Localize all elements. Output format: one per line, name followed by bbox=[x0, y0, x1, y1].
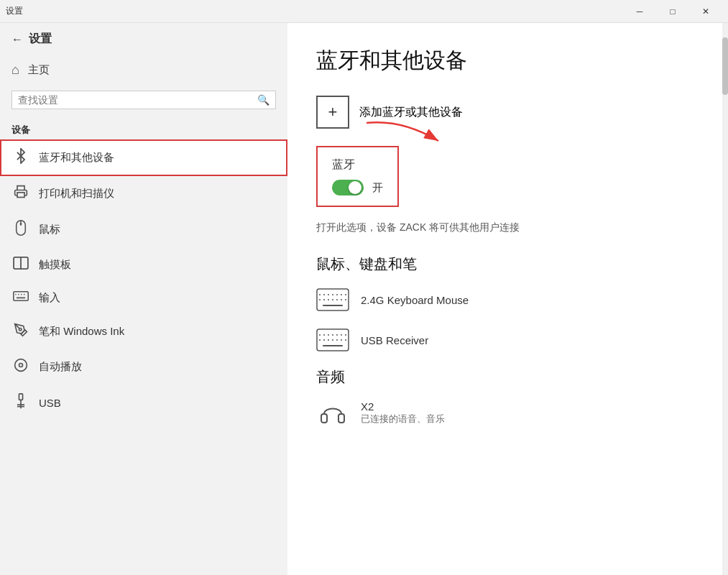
sidebar-item-pen[interactable]: 笔和 Windows Ink bbox=[0, 314, 287, 349]
sidebar-input-label: 输入 bbox=[39, 291, 60, 305]
sidebar-autoplay-label: 自动播放 bbox=[39, 360, 82, 374]
autoplay-icon bbox=[13, 358, 29, 376]
title-bar-left: 设置 bbox=[6, 5, 23, 17]
title-bar: 设置 ─ □ ✕ bbox=[0, 0, 728, 23]
printer-icon bbox=[13, 185, 29, 203]
sidebar-touchpad-label: 触摸板 bbox=[39, 258, 71, 272]
device-x2-info: X2 已连接的语音、音乐 bbox=[361, 400, 445, 426]
mouse-icon bbox=[13, 220, 29, 239]
sidebar-item-bluetooth[interactable]: 蓝牙和其他设备 bbox=[0, 139, 287, 176]
add-device-button[interactable]: + 添加蓝牙或其他设备 bbox=[316, 96, 699, 129]
keyboard-icon bbox=[13, 290, 29, 305]
toggle-knob bbox=[349, 181, 361, 194]
sidebar-item-usb[interactable]: USB bbox=[0, 385, 287, 421]
sidebar-item-home[interactable]: ⌂ 主页 bbox=[0, 55, 287, 85]
svg-point-14 bbox=[19, 364, 23, 367]
sidebar-pen-label: 笔和 Windows Ink bbox=[39, 325, 124, 339]
device-usbreceiver-name: USB Receiver bbox=[361, 334, 428, 346]
bluetooth-description: 打开此选项，设备 ZACK 将可供其他用户连接 bbox=[316, 221, 699, 234]
sidebar-mouse-label: 鼠标 bbox=[39, 223, 60, 236]
sidebar-section-label: 设备 bbox=[0, 118, 287, 139]
bluetooth-section: 蓝牙 开 bbox=[316, 146, 399, 207]
device-keyboard-name: 2.4G Keyboard Mouse bbox=[361, 294, 469, 306]
svg-point-13 bbox=[15, 359, 27, 372]
sidebar-item-touchpad[interactable]: 触摸板 bbox=[0, 248, 287, 282]
pen-icon bbox=[13, 323, 29, 341]
page-title: 蓝牙和其他设备 bbox=[316, 46, 699, 75]
bluetooth-section-label: 蓝牙 bbox=[332, 157, 383, 172]
usbreceiver-device-icon bbox=[316, 327, 349, 353]
maximize-button[interactable]: □ bbox=[656, 0, 689, 23]
bluetooth-toggle-row: 开 bbox=[332, 180, 383, 196]
sidebar-back-title: 设置 bbox=[29, 32, 52, 47]
keyboard-device-icon bbox=[316, 287, 349, 313]
sidebar-home-label: 主页 bbox=[28, 63, 50, 77]
close-button[interactable]: ✕ bbox=[689, 0, 722, 23]
add-device-plus-icon: + bbox=[316, 96, 349, 129]
sidebar-item-printers[interactable]: 打印机和扫描仪 bbox=[0, 176, 287, 211]
back-arrow-icon: ← bbox=[11, 33, 23, 46]
svg-rect-15 bbox=[19, 394, 22, 400]
svg-rect-53 bbox=[338, 414, 344, 423]
audio-heading: 音频 bbox=[316, 367, 699, 387]
scrollbar[interactable] bbox=[722, 23, 728, 575]
sidebar-usb-label: USB bbox=[39, 397, 61, 409]
sidebar-item-input[interactable]: 输入 bbox=[0, 282, 287, 314]
main-content: 蓝牙和其他设备 + 添加蓝牙或其他设备 蓝牙 开 bbox=[287, 23, 728, 575]
minimize-button[interactable]: ─ bbox=[623, 0, 656, 23]
svg-rect-6 bbox=[14, 292, 28, 301]
device-item-usbreceiver[interactable]: USB Receiver bbox=[316, 327, 699, 353]
search-icon: 🔍 bbox=[257, 94, 269, 106]
scrollbar-thumb[interactable] bbox=[722, 37, 728, 95]
sidebar-item-autoplay[interactable]: 自动播放 bbox=[0, 349, 287, 385]
bluetooth-toggle[interactable] bbox=[332, 180, 364, 196]
svg-rect-0 bbox=[17, 193, 24, 198]
mouse-keyboard-heading: 鼠标、键盘和笔 bbox=[316, 254, 699, 274]
device-item-x2[interactable]: X2 已连接的语音、音乐 bbox=[316, 400, 699, 426]
app-body: ← 设置 ⌂ 主页 🔍 设备 蓝牙和其他设备 bbox=[0, 23, 728, 575]
add-device-label: 添加蓝牙或其他设备 bbox=[359, 105, 463, 120]
search-input[interactable] bbox=[18, 94, 257, 106]
usb-icon bbox=[13, 393, 29, 413]
device-item-keyboard[interactable]: 2.4G Keyboard Mouse bbox=[316, 287, 699, 313]
title-bar-controls: ─ □ ✕ bbox=[623, 0, 722, 23]
svg-point-12 bbox=[19, 328, 22, 331]
touchpad-icon bbox=[13, 257, 29, 273]
headphone-device-icon bbox=[316, 400, 349, 426]
home-icon: ⌂ bbox=[11, 63, 19, 78]
bluetooth-icon bbox=[13, 148, 29, 167]
device-x2-name: X2 bbox=[361, 400, 445, 413]
svg-rect-52 bbox=[321, 414, 327, 423]
sidebar-back-button[interactable]: ← 设置 bbox=[0, 23, 287, 55]
sidebar-printers-label: 打印机和扫描仪 bbox=[39, 187, 114, 201]
sidebar-item-mouse[interactable]: 鼠标 bbox=[0, 211, 287, 248]
sidebar-bluetooth-label: 蓝牙和其他设备 bbox=[39, 151, 114, 165]
sidebar: ← 设置 ⌂ 主页 🔍 设备 蓝牙和其他设备 bbox=[0, 23, 287, 575]
sidebar-search-box[interactable]: 🔍 bbox=[11, 91, 276, 109]
toggle-on-label: 开 bbox=[372, 181, 383, 195]
title-bar-title: 设置 bbox=[6, 5, 23, 17]
device-x2-sub: 已连接的语音、音乐 bbox=[361, 413, 445, 426]
